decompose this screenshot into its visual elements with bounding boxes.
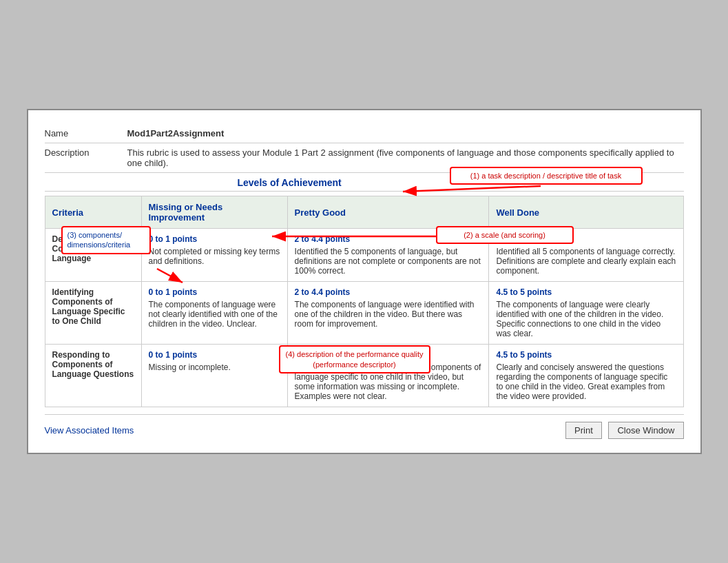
pretty-good-cell: 2 to 4.4 pointsThe components of languag… (287, 282, 489, 345)
well-done-cell: 4.5 to 5 pointsThe components of languag… (489, 282, 683, 345)
well-done-cell: 4.5 to 5 pointsIdentified all 5 componen… (489, 229, 683, 282)
close-window-button[interactable]: Close Window (608, 422, 683, 439)
missing-cell: 0 to 1 pointsNot completed or missing ke… (141, 229, 287, 282)
table-row: Responding to Components of Language Que… (45, 345, 683, 407)
description-label: Description (45, 147, 127, 158)
well-done-cell: 4.5 to 5 pointsClearly and concisely ans… (489, 345, 683, 407)
col-pretty-good: Pretty Good (287, 196, 489, 229)
name-label: Name (45, 128, 127, 139)
view-associated-items-link[interactable]: View Associated Items (45, 425, 134, 436)
rubric-table: Criteria Missing or Needs Improvement Pr… (45, 196, 684, 407)
footer-row: View Associated Items Print Close Window (45, 414, 684, 439)
levels-header-row: Levels of Achievement (45, 173, 684, 192)
col-criteria: Criteria (45, 196, 141, 229)
criteria-cell: Defining Components of Language (45, 229, 141, 282)
print-button[interactable]: Print (565, 422, 602, 439)
description-row: Description This rubric is used to asses… (45, 143, 684, 173)
name-row: Name Mod1Part2Assignment (45, 124, 684, 143)
missing-cell: 0 to 1 pointsThe components of language … (141, 282, 287, 345)
description-value: This rubric is used to assess your Modul… (127, 147, 684, 168)
col-well-done: Well Done (489, 196, 683, 229)
criteria-cell: Responding to Components of Language Que… (45, 345, 141, 407)
missing-cell: 0 to 1 pointsMissing or incomplete. (141, 345, 287, 407)
button-group: Print Close Window (561, 422, 683, 439)
name-value: Mod1Part2Assignment (127, 128, 684, 139)
pretty-good-cell: 2 to 4.4 pointsIdentified the 5 componen… (287, 229, 489, 282)
criteria-cell: Identifying Components of Language Speci… (45, 282, 141, 345)
levels-header: Levels of Achievement (238, 177, 342, 188)
pretty-good-cell: 2 to 4.4 pointsAnswer the questions rega… (287, 345, 489, 407)
table-row: Defining Components of Language 0 to 1 p… (45, 229, 683, 282)
table-row: Identifying Components of Language Speci… (45, 282, 683, 345)
col-missing: Missing or Needs Improvement (141, 196, 287, 229)
